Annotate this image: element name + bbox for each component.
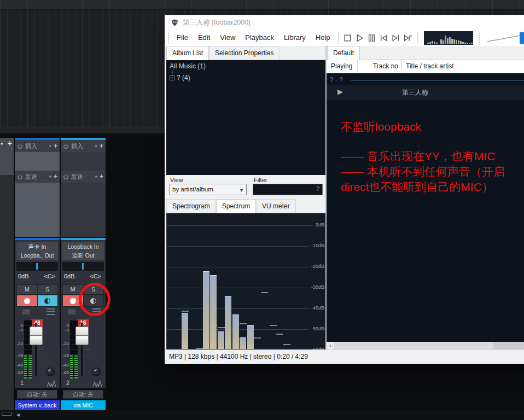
sends-dropdown-icon[interactable]: ▾ bbox=[49, 174, 51, 179]
column-title-artist[interactable]: Title / track artist bbox=[402, 60, 524, 73]
strip1-cue-knob[interactable] bbox=[46, 368, 55, 376]
strip1-automation-button[interactable]: 自动: 关 bbox=[17, 390, 57, 399]
strip1-pan-value[interactable]: <C> bbox=[44, 273, 55, 279]
volume-handle bbox=[520, 32, 524, 44]
spectrum-gridline bbox=[167, 225, 325, 226]
mini-vis-bar bbox=[447, 38, 449, 44]
album-tree-root[interactable]: All Music (1) bbox=[170, 62, 206, 70]
strip1-pan-slider[interactable] bbox=[16, 262, 58, 271]
strip2-peak-value[interactable]: 16 bbox=[77, 319, 89, 326]
power-icon[interactable] bbox=[63, 174, 69, 180]
inserts-add-icon[interactable]: + bbox=[54, 142, 57, 150]
play-button[interactable] bbox=[354, 32, 366, 44]
power-icon[interactable] bbox=[17, 174, 23, 180]
strip1-record-button[interactable] bbox=[17, 295, 37, 306]
mixer-strip-2: 插入 ▾ + 发送 ▾ + Loopback In 监听 Out 0dB <C>… bbox=[61, 138, 106, 410]
window-title: 第三人称 [foobar2000] bbox=[183, 18, 251, 27]
strip2-gain-value[interactable]: 0dB bbox=[64, 273, 75, 279]
strip1-io-name[interactable]: 声卡 In Loopba.. Out bbox=[16, 242, 58, 260]
spectrum-panel[interactable]: 0dB-10dB-20dB-30dB-40dB-50dB-60dB bbox=[166, 213, 325, 349]
daw-timeline-ruler[interactable] bbox=[0, 0, 524, 10]
strip1-fader-handle[interactable] bbox=[30, 326, 43, 345]
rack-collapse-icon[interactable]: ▾ bbox=[1, 141, 3, 147]
album-tree-node-label[interactable]: ? (4) bbox=[177, 74, 190, 81]
inserts-label: 插入 bbox=[25, 142, 49, 150]
sends-add-icon[interactable]: + bbox=[54, 173, 57, 180]
tab-selection-properties[interactable]: Selection Properties bbox=[209, 46, 280, 60]
strip2-inserts-slot[interactable] bbox=[61, 152, 106, 171]
toolbar-spectrum-visualisation[interactable] bbox=[424, 31, 473, 45]
scrollbar-thumb[interactable] bbox=[334, 342, 493, 349]
filter-input[interactable]: ? bbox=[253, 184, 323, 195]
strip1-output-label[interactable]: System v..back bbox=[15, 400, 60, 410]
strip1-channel-number: 1 bbox=[20, 380, 24, 386]
volume-slider[interactable] bbox=[485, 31, 524, 45]
strip2-pan-slider[interactable] bbox=[62, 262, 104, 271]
power-icon[interactable] bbox=[63, 143, 69, 149]
next-button[interactable] bbox=[390, 32, 402, 44]
strip1-monitor-button[interactable] bbox=[37, 295, 58, 306]
scroll-left-icon[interactable]: ◂ bbox=[16, 411, 20, 418]
spectrum-db-label: -30dB bbox=[309, 284, 324, 290]
inserts-dropdown-icon[interactable]: ▾ bbox=[95, 143, 97, 149]
strip2-channel-number: 2 bbox=[66, 380, 69, 386]
strip2-widget-box[interactable] bbox=[68, 309, 75, 314]
strip2-automation-button[interactable]: 自动: 关 bbox=[63, 390, 103, 399]
menu-library[interactable]: Library bbox=[279, 30, 311, 45]
strip2-pan-value[interactable]: <C> bbox=[90, 273, 101, 279]
tab-album-list[interactable]: Album List bbox=[166, 46, 209, 60]
menu-playback[interactable]: Playback bbox=[240, 30, 279, 45]
mini-vis-bar bbox=[456, 40, 457, 44]
tab-spectrogram[interactable]: Spectrogram bbox=[166, 199, 216, 213]
strip1-peak-value[interactable]: 48 bbox=[31, 319, 43, 326]
mini-vis-bar bbox=[467, 43, 468, 44]
view-dropdown[interactable]: by artist/album ▾ bbox=[169, 184, 247, 195]
toolbar-grip-icon[interactable] bbox=[337, 32, 340, 43]
tab-playlist-default[interactable]: Default bbox=[327, 46, 360, 60]
spectrum-peak-marker bbox=[270, 325, 277, 326]
title-bar[interactable]: 第三人称 [foobar2000] bbox=[165, 15, 524, 30]
strip1-widget-box[interactable] bbox=[22, 309, 30, 314]
inserts-dropdown-icon[interactable]: ▾ bbox=[49, 143, 51, 149]
playlist-horizontal-scrollbar[interactable]: ‹ bbox=[327, 342, 524, 349]
toolbar-grip-icon[interactable] bbox=[167, 32, 170, 43]
toolbar-grip-icon[interactable] bbox=[479, 32, 481, 43]
menu-file[interactable]: File bbox=[172, 30, 193, 45]
tab-vu-meter[interactable]: VU meter bbox=[256, 199, 296, 213]
menu-view[interactable]: View bbox=[215, 30, 240, 45]
previous-button[interactable] bbox=[378, 32, 390, 44]
pause-button[interactable] bbox=[366, 32, 378, 44]
stop-button[interactable] bbox=[342, 32, 354, 44]
mixer-minimap-box[interactable] bbox=[2, 412, 11, 416]
inserts-add-icon[interactable]: + bbox=[100, 142, 103, 150]
sends-dropdown-icon[interactable]: ▾ bbox=[95, 174, 97, 179]
strip2-cue-knob[interactable] bbox=[92, 368, 101, 376]
scrollbar-left-arrow[interactable]: ‹ bbox=[327, 342, 334, 349]
menu-edit[interactable]: Edit bbox=[193, 30, 215, 45]
strip1-sends-slot[interactable] bbox=[15, 183, 60, 237]
strip1-gain-value[interactable]: 0dB bbox=[18, 273, 29, 279]
strip1-inserts-slot[interactable] bbox=[15, 152, 60, 171]
tree-expand-icon[interactable]: + bbox=[170, 75, 174, 80]
playlist-group-row[interactable]: ? - ? bbox=[327, 75, 524, 84]
strip2-output-label[interactable]: via MIC bbox=[61, 400, 106, 410]
column-track-no[interactable]: Track no bbox=[358, 60, 402, 73]
strip1-solo-button[interactable]: S bbox=[37, 285, 58, 294]
rack-add-icon[interactable]: + bbox=[8, 139, 12, 148]
column-playing[interactable]: Playing bbox=[327, 60, 358, 73]
toolbar-grip-icon[interactable] bbox=[416, 32, 418, 43]
now-playing-row[interactable]: ▶ 第三人称 bbox=[327, 85, 524, 100]
panel-tab-row: Album ListSelection Properties Default bbox=[165, 46, 524, 60]
power-icon[interactable] bbox=[17, 143, 23, 149]
strip2-sends-slot[interactable] bbox=[61, 183, 106, 237]
menu-help[interactable]: Help bbox=[311, 30, 335, 45]
strip1-grip-icon[interactable] bbox=[46, 308, 55, 316]
strip2-io-name[interactable]: Loopback In 监听 Out bbox=[62, 242, 104, 260]
tab-spectrum[interactable]: Spectrum bbox=[216, 199, 256, 213]
album-tree-node[interactable]: + ? (4) bbox=[170, 74, 190, 81]
sends-add-icon[interactable]: + bbox=[100, 173, 103, 180]
random-button[interactable]: ? bbox=[402, 32, 414, 44]
strip1-mute-button[interactable]: M bbox=[17, 285, 37, 294]
view-filter-bar: View Filter by artist/album ▾ ? bbox=[166, 175, 325, 199]
strip2-fader-handle[interactable] bbox=[75, 326, 89, 345]
